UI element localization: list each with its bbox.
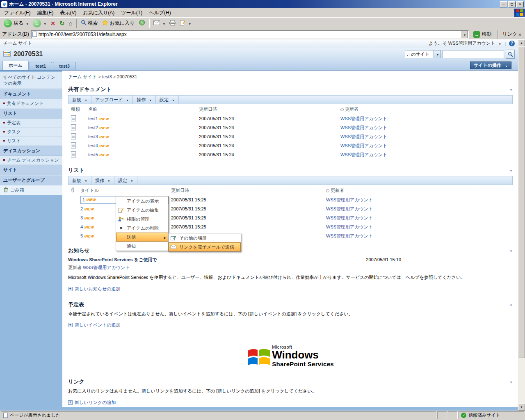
webpart-menu-chevron-icon[interactable] [509, 379, 513, 384]
forward-dropdown-icon[interactable] [43, 21, 46, 26]
webpart-menu-chevron-icon[interactable] [509, 87, 513, 92]
column-modified-by[interactable]: 更新者 [340, 106, 513, 112]
tab-home[interactable]: ホーム [2, 61, 29, 70]
favorites-button[interactable]: お気に入り [100, 19, 137, 27]
scroll-up-button[interactable]: ▲ [518, 39, 525, 46]
scroll-down-button[interactable]: ▼ [518, 404, 525, 411]
mail-button[interactable] [151, 20, 167, 27]
item-link[interactable]: 5 [80, 233, 83, 238]
user-link[interactable]: WSS管理用アカウント [340, 134, 387, 139]
sidebar-header-discussions[interactable]: ディスカッション [0, 146, 62, 156]
webpart-menu-chevron-icon[interactable] [509, 302, 513, 307]
webpart-title[interactable]: 共有ドキュメント [68, 86, 112, 93]
menu-alert-me[interactable]: 通知 [116, 242, 168, 251]
user-link[interactable]: WSS管理用アカウント [340, 125, 387, 130]
user-link[interactable]: WSS管理用アカウント [340, 116, 387, 121]
maximize-button[interactable] [508, 1, 516, 7]
search-toolbar-button[interactable]: 検索 [79, 19, 100, 27]
user-link[interactable]: WSS管理用アカウント [340, 143, 387, 148]
back-dropdown-icon[interactable] [25, 21, 29, 26]
chevron-down-icon[interactable] [498, 41, 501, 46]
sidebar-item-shared-documents[interactable]: 共有ドキュメント [0, 99, 62, 108]
doc-link[interactable]: test2 [88, 125, 98, 130]
sidebar-item-team-discussion[interactable]: チーム ディスカッション [0, 156, 62, 165]
webpart-title[interactable]: リスト [68, 167, 84, 174]
menu-view-item[interactable]: アイテムの表示 [116, 196, 168, 205]
sidebar-header-documents[interactable]: ドキュメント [0, 89, 62, 99]
go-button[interactable]: → 移動 [471, 30, 494, 38]
webpart-menu-chevron-icon[interactable] [509, 168, 513, 173]
search-go-button[interactable] [506, 50, 515, 59]
chevron-down-icon[interactable] [434, 50, 441, 58]
doc-link[interactable]: test1 [88, 116, 98, 121]
tab-test1[interactable]: test1 [30, 62, 52, 70]
menu-help[interactable]: ヘルプ(H) [146, 8, 174, 18]
menu-edit[interactable]: 編集(E) [34, 8, 57, 18]
close-button[interactable] [516, 1, 524, 7]
menu-manage-permissions[interactable]: 権限の管理 [116, 215, 168, 224]
list-menu-settings[interactable]: 設定 [114, 176, 137, 185]
menu-file[interactable]: ファイル(F) [1, 8, 34, 18]
docs-menu-upload[interactable]: アップロード [91, 96, 133, 104]
global-breadcrumb[interactable]: チーム サイト [3, 40, 32, 46]
column-modified[interactable]: 更新日時 [199, 106, 340, 112]
search-input[interactable] [443, 50, 504, 58]
stop-button[interactable]: ✕ [48, 19, 57, 27]
submenu-other-location[interactable]: その他の場所 [169, 233, 241, 242]
column-modified[interactable]: 更新日時 [171, 187, 326, 194]
webpart-title[interactable]: リンク [68, 378, 84, 386]
add-event-link[interactable]: 新しいイベントの追加 [75, 322, 121, 328]
sidebar-view-all-site-content[interactable]: すべてのサイト コンテンツの表示 [0, 72, 62, 89]
user-link[interactable]: WSS管理用アカウント [326, 224, 373, 229]
refresh-button[interactable]: ↻ [57, 19, 67, 28]
item-link[interactable]: 3 [80, 215, 83, 220]
column-title[interactable]: タイトル [80, 187, 171, 194]
add-announcement-link[interactable]: 新しいお知らせの追加 [75, 286, 121, 292]
webpart-title[interactable]: 予定表 [68, 301, 84, 308]
history-button[interactable] [137, 18, 147, 28]
user-link[interactable]: WSS管理用アカウント [326, 206, 373, 211]
sidebar-header-sites[interactable]: サイト [0, 165, 62, 175]
edit-button[interactable] [178, 19, 193, 27]
doc-link[interactable]: test3 [88, 134, 98, 139]
breadcrumb-team-site[interactable]: チーム サイト [68, 74, 102, 79]
docs-menu-settings[interactable]: 設定 [156, 96, 179, 104]
minimize-button[interactable] [500, 1, 507, 7]
webpart-menu-chevron-icon[interactable] [509, 248, 513, 253]
links-toolbar[interactable]: リンク [502, 31, 523, 38]
breadcrumb-test3[interactable]: test3 [102, 74, 117, 79]
tab-test3[interactable]: test3 [53, 62, 76, 70]
address-input[interactable] [39, 32, 459, 37]
sidebar-item-list[interactable]: リスト [0, 137, 62, 146]
menu-edit-item[interactable]: アイテムの編集 [116, 205, 168, 215]
column-type[interactable]: 種類 [68, 106, 88, 112]
submenu-email-link[interactable]: リンクを電子メールで送信 [169, 242, 241, 251]
doc-link[interactable]: test5 [88, 152, 98, 157]
address-dropdown-button[interactable] [461, 31, 468, 38]
vertical-scrollbar[interactable]: ▲ ▼ [518, 39, 525, 411]
list-menu-new[interactable]: 新規 [68, 176, 91, 185]
site-actions-button[interactable]: サイトの操作 [470, 62, 511, 69]
search-scope-select[interactable]: このサイト [405, 50, 441, 58]
item-link[interactable]: 2 [80, 206, 83, 211]
sidebar-header-lists[interactable]: リスト [0, 108, 62, 119]
user-link[interactable]: WSS管理用アカウント [326, 233, 373, 238]
docs-menu-actions[interactable]: 操作 [133, 96, 156, 104]
column-modified-by[interactable]: 更新者 [326, 187, 513, 194]
user-link[interactable]: WSS管理用アカウント [326, 215, 373, 220]
scrollbar-thumb[interactable] [518, 46, 525, 358]
menu-delete-item[interactable]: ✕ アイテムの削除 [116, 224, 168, 233]
sidebar-header-people-and-groups[interactable]: ユーザーとグループ [0, 175, 62, 185]
mail-dropdown-icon[interactable] [162, 21, 165, 26]
home-button[interactable]: ⌂ [66, 19, 74, 27]
attachment-icon[interactable] [68, 187, 80, 194]
menu-favorites[interactable]: お気に入り(A) [80, 8, 118, 18]
menu-send-to[interactable]: 送信 [116, 233, 168, 242]
sidebar-item-recycle-bin[interactable]: ごみ箱 [0, 185, 62, 195]
list-menu-actions[interactable]: 操作 [91, 176, 114, 185]
edit-dropdown-icon[interactable] [187, 21, 191, 26]
announcement-title-link[interactable]: Windows SharePoint Services をご使用で [68, 257, 157, 263]
item-link[interactable]: 4 [80, 224, 83, 229]
welcome-menu[interactable]: ようこそ WSS管理用アカウント [429, 40, 495, 46]
webpart-title[interactable]: お知らせ [68, 247, 90, 254]
